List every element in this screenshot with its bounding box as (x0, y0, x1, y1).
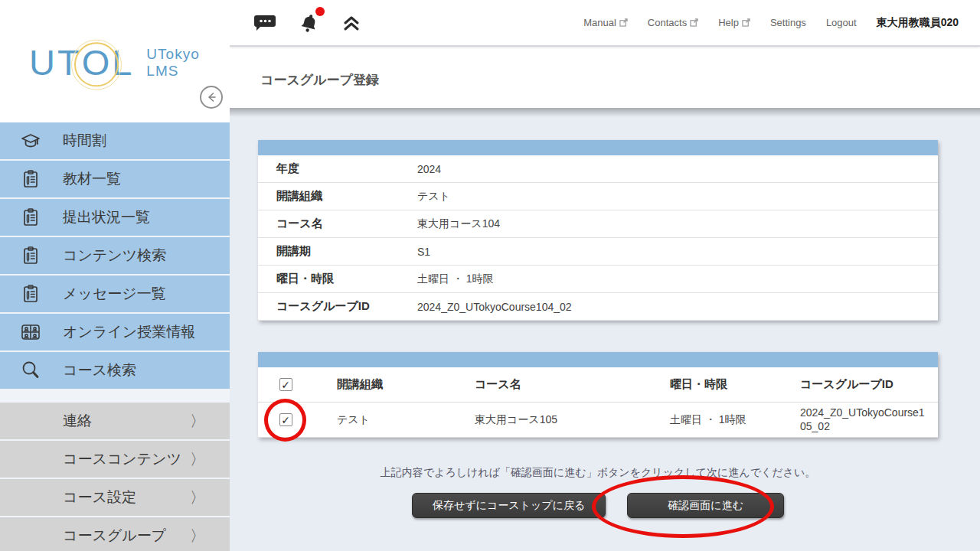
utol-logo[interactable]: UTOL UTokyo LMS (29, 44, 200, 80)
row-checkbox[interactable]: ✓ (279, 413, 292, 426)
table-header-strip (258, 140, 938, 155)
row-label: コースグループID (258, 299, 417, 314)
back-to-course-top-button[interactable]: 保存せずにコーストップに戻る (412, 493, 606, 518)
row-value: 2024_Z0_UTokyoCourse104_02 (417, 301, 572, 313)
row-label: 開講期 (258, 244, 417, 259)
search-icon (18, 358, 43, 383)
sidebar-collapse-button[interactable] (200, 86, 223, 109)
chevron-right-icon: 〉 (190, 449, 205, 470)
row-label: 開講組織 (258, 189, 417, 204)
cell-course: 東大用コース105 (451, 413, 642, 427)
sidebar-item-online-class[interactable]: オンライン授業情報 (0, 314, 230, 350)
notification-dot (315, 7, 325, 16)
sidebar-item-label: 教材一覧 (63, 169, 121, 189)
settings-link[interactable]: Settings (770, 17, 806, 28)
manual-link[interactable]: Manual (583, 17, 628, 28)
header-links: Manual Contacts Help Settings Logout 東大用… (583, 16, 959, 30)
logo-area: UTOL UTokyo LMS (0, 0, 230, 122)
page-title: コースグループ登録 (260, 71, 379, 89)
column-header-day: 曜日・時限 (642, 377, 773, 392)
sidebar-item-course-contents[interactable]: コースコンテンツ 〉 (0, 441, 230, 478)
instruction-text: 上記内容でよろしければ「確認画面に進む」ボタンをクリックして次に進んでください。 (258, 466, 938, 480)
table-row: 開講期 S1 (258, 238, 938, 266)
utol-lms-app: UTOL UTokyo LMS 時間割 (0, 0, 980, 551)
proceed-to-confirm-button[interactable]: 確認画面に進む (627, 493, 784, 518)
column-header-group-id: コースグループID (773, 377, 938, 392)
main-content: 年度 2024 開講組織 テスト コース名 東大用コース104 開講期 S1 曜… (230, 108, 980, 551)
username: 東大用教職員020 (877, 16, 959, 30)
table-row: 年度 2024 (258, 155, 938, 183)
table-header-strip (258, 352, 938, 367)
row-value: 2024 (417, 163, 441, 175)
row-label: 曜日・時限 (258, 272, 417, 286)
sidebar-item-label: コース検索 (63, 360, 136, 380)
sidebar-item-timetable[interactable]: 時間割 (0, 122, 230, 159)
course-select-table: ✓ 開講組織 コース名 曜日・時限 コースグループID ✓ テスト 東大用コース… (258, 352, 938, 438)
column-header-org: 開講組織 (313, 377, 451, 392)
sidebar-item-label: コンテンツ検索 (63, 246, 166, 266)
row-value: 東大用コース104 (417, 217, 500, 231)
sidebar-item-course-settings[interactable]: コース設定 〉 (0, 479, 230, 516)
chevron-right-icon: 〉 (190, 411, 205, 432)
external-link-icon (619, 18, 628, 27)
table-row: ✓ テスト 東大用コース105 土曜日 ・ 1時限 2024_Z0_UTokyo… (258, 403, 938, 438)
sidebar-item-course-search[interactable]: コース検索 (0, 352, 230, 389)
menu-divider (0, 390, 230, 403)
chevron-right-icon: 〉 (190, 487, 205, 508)
clipboard-icon (18, 243, 43, 268)
sidebar-item-label: コースグループ (63, 526, 166, 546)
chat-icon[interactable] (254, 12, 277, 34)
sidebar-menu: 時間割 教材一覧 提出状況一覧 コンテンツ検索 (0, 122, 230, 551)
top-header: Manual Contacts Help Settings Logout 東大用… (230, 0, 980, 46)
logo-o-ring: O (82, 44, 113, 80)
graduation-cap-icon (18, 129, 43, 153)
sidebar: UTOL UTokyo LMS 時間割 (0, 0, 230, 551)
row-label: コース名 (258, 217, 417, 231)
sidebar-item-messages[interactable]: メッセージ一覧 (0, 276, 230, 312)
select-all-checkbox[interactable]: ✓ (279, 378, 292, 391)
clipboard-icon (18, 205, 43, 230)
bell-icon[interactable] (297, 11, 322, 35)
sidebar-item-content-search[interactable]: コンテンツ検索 (0, 237, 230, 274)
cell-org: テスト (313, 413, 451, 427)
button-row: 保存せずにコーストップに戻る 確認画面に進む (258, 493, 938, 518)
sidebar-item-submissions[interactable]: 提出状況一覧 (0, 199, 230, 236)
column-header-course: コース名 (451, 377, 642, 392)
header-icons (254, 11, 361, 35)
course-detail-table: 年度 2024 開講組織 テスト コース名 東大用コース104 開講期 S1 曜… (258, 140, 938, 321)
row-value: 土曜日 ・ 1時限 (417, 272, 494, 286)
row-label: 年度 (258, 161, 417, 176)
sidebar-item-course-group[interactable]: コースグループ 〉 (0, 517, 230, 551)
table-row: 開講組織 テスト (258, 183, 938, 210)
cell-day: 土曜日 ・ 1時限 (642, 413, 773, 427)
back-arrow-icon (205, 91, 217, 103)
logout-link[interactable]: Logout (826, 17, 857, 28)
row-value: S1 (417, 246, 430, 258)
sidebar-item-label: 時間割 (63, 131, 106, 151)
online-class-icon (18, 320, 43, 344)
chevron-right-icon: 〉 (190, 526, 205, 546)
sidebar-item-label: 連絡 (63, 411, 92, 431)
logo-subtext: UTokyo LMS (146, 46, 199, 80)
external-link-icon (690, 18, 698, 27)
sidebar-item-label: メッセージ一覧 (63, 284, 166, 304)
external-link-icon (742, 18, 750, 27)
sidebar-item-contact[interactable]: 連絡 〉 (0, 403, 230, 439)
help-link[interactable]: Help (718, 17, 750, 28)
table-row: 曜日・時限 土曜日 ・ 1時限 (258, 266, 938, 293)
row-value: テスト (417, 190, 450, 204)
table-row: コースグループID 2024_Z0_UTokyoCourse104_02 (258, 293, 938, 321)
table-header-row: ✓ 開講組織 コース名 曜日・時限 コースグループID (258, 367, 938, 403)
clipboard-icon (18, 167, 43, 191)
sidebar-item-label: オンライン授業情報 (63, 322, 195, 342)
table-row: コース名 東大用コース104 (258, 210, 938, 238)
sidebar-item-label: 提出状況一覧 (63, 207, 150, 227)
sidebar-item-label: コース設定 (63, 487, 136, 507)
collapse-up-icon[interactable] (341, 14, 361, 32)
sidebar-item-materials[interactable]: 教材一覧 (0, 161, 230, 197)
clipboard-icon (18, 282, 43, 306)
contacts-link[interactable]: Contacts (648, 17, 698, 28)
cell-group-id: 2024_Z0_UTokyoCourse105_02 (773, 406, 938, 433)
sidebar-item-label: コースコンテンツ (63, 449, 181, 469)
title-bar: コースグループ登録 (230, 47, 980, 108)
